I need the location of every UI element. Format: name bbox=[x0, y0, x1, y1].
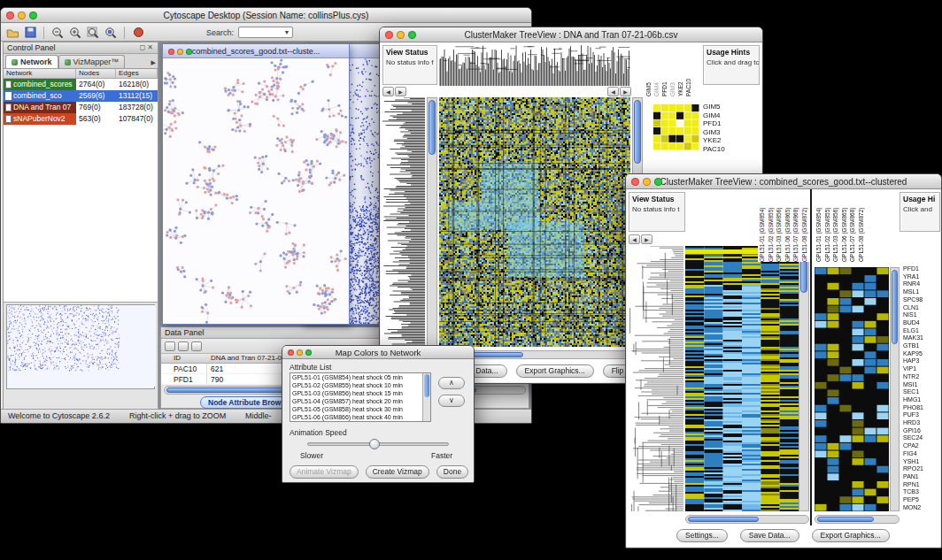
gene-label[interactable]: NTR2 bbox=[903, 373, 940, 381]
scrollbar-thumb[interactable] bbox=[429, 100, 436, 155]
gene-label[interactable]: GPI16 bbox=[903, 427, 940, 435]
network-row[interactable]: combined_sco 2569(6) 13112(15) bbox=[4, 90, 158, 102]
gene-label[interactable]: RPO21 bbox=[903, 465, 940, 473]
gene-label[interactable]: FIG4 bbox=[903, 450, 940, 458]
dialog-button[interactable]: Done bbox=[436, 465, 468, 479]
slider-handle[interactable] bbox=[369, 439, 380, 449]
gene-label[interactable]: SPC98 bbox=[903, 296, 940, 304]
gene-label[interactable]: RNR4 bbox=[903, 280, 940, 288]
heatmap-canvas[interactable] bbox=[685, 246, 799, 511]
cluster-summary-canvas[interactable] bbox=[653, 104, 699, 150]
column-label[interactable]: YKE2 bbox=[676, 45, 684, 96]
gene-label[interactable]: GIM4 bbox=[703, 111, 758, 120]
column-header-edges[interactable]: Edges bbox=[116, 69, 158, 78]
panel-float-icon[interactable]: ◻ bbox=[140, 43, 148, 51]
list-vscrollbar[interactable] bbox=[422, 373, 430, 421]
move-down-button[interactable]: ∨ bbox=[438, 395, 465, 407]
gene-label[interactable]: MSL1 bbox=[903, 288, 940, 296]
scrollbar-thumb[interactable] bbox=[817, 517, 874, 522]
maximize-icon[interactable] bbox=[408, 31, 416, 39]
attribute-list-item[interactable]: GPL51-01 (GSM854) heat shock 05 min bbox=[290, 373, 430, 381]
open-session-icon[interactable] bbox=[4, 26, 20, 40]
treeview-combined-title-bar[interactable]: ClusterMaker TreeView : combined_scores_… bbox=[626, 174, 941, 189]
main-title-bar[interactable]: Cytoscape Desktop (Session Name: collins… bbox=[1, 8, 531, 23]
search-input[interactable]: ▼ bbox=[238, 27, 293, 38]
dialog-button[interactable]: Animate Vizmap bbox=[290, 465, 359, 479]
gene-label[interactable]: PHO81 bbox=[903, 404, 940, 412]
panel-close-icon[interactable]: ✕ bbox=[147, 43, 155, 51]
treeview-button[interactable]: Export Graphics... bbox=[516, 364, 594, 378]
gene-label[interactable]: TCB3 bbox=[903, 488, 940, 496]
column-label[interactable]: GPL51-01 (GSM854) bbox=[815, 192, 823, 262]
dialog-title-bar[interactable]: Map Colors to Network bbox=[282, 346, 474, 359]
gene-label[interactable]: NIS1 bbox=[903, 311, 940, 319]
zoom-out-icon[interactable] bbox=[50, 26, 66, 40]
gene-label[interactable]: PEP5 bbox=[903, 496, 940, 504]
treeview-dna-title-bar[interactable]: ClusterMaker TreeView : DNA and Tran 07-… bbox=[380, 27, 762, 42]
column-label[interactable]: GIM3 bbox=[668, 45, 676, 96]
network-view-frame[interactable]: combined_scores_good.txt--cluste... bbox=[162, 43, 350, 325]
column-dendrogram-canvas[interactable] bbox=[439, 45, 630, 86]
gene-label[interactable]: GTB1 bbox=[903, 342, 940, 350]
heatmap-vscrollbar[interactable] bbox=[799, 246, 809, 511]
network-row[interactable]: combined_scores 2764(0) 16218(0) bbox=[4, 79, 158, 90]
gene-dendrogram-canvas[interactable] bbox=[629, 246, 683, 511]
gene-label[interactable]: YSH1 bbox=[903, 458, 940, 466]
scroll-left-icon[interactable]: ◀ bbox=[629, 234, 640, 244]
scrollbar-thumb[interactable] bbox=[634, 100, 641, 164]
gene-label[interactable]: GIM5 bbox=[703, 103, 758, 111]
heatmap-hscrollbar[interactable] bbox=[685, 515, 809, 524]
attribute-list-item[interactable]: GPL51-03 (GSM856) heat shock 15 min bbox=[290, 389, 430, 397]
gene-label[interactable]: RPN1 bbox=[903, 481, 940, 489]
close-icon[interactable] bbox=[288, 349, 294, 356]
network-view-canvas[interactable] bbox=[163, 58, 349, 324]
gene-label[interactable]: VIP1 bbox=[903, 365, 940, 373]
gene-label[interactable]: SEC1 bbox=[903, 388, 940, 396]
treeview-button[interactable]: Export Graphics... bbox=[812, 529, 890, 542]
zoom-heatmap-canvas[interactable] bbox=[815, 267, 889, 511]
scrollbar-thumb[interactable] bbox=[892, 270, 898, 344]
maximize-icon[interactable] bbox=[29, 12, 37, 19]
column-label[interactable]: GPL51-07 (GSM868) bbox=[848, 192, 857, 262]
minimize-icon[interactable] bbox=[297, 349, 303, 356]
column-label[interactable]: GPL51-03 (GSM856) bbox=[831, 192, 840, 262]
attribute-list[interactable]: GPL51-01 (GSM854) heat shock 05 minGPL51… bbox=[290, 372, 431, 422]
column-label[interactable]: GPL51-06 (GSM865) bbox=[840, 192, 849, 262]
move-up-button[interactable]: ∧ bbox=[438, 377, 465, 389]
column-label[interactable]: GPL51-03 (GSM856) bbox=[775, 192, 784, 262]
search-dropdown-icon[interactable]: ▼ bbox=[282, 28, 291, 37]
column-label[interactable]: GIM4 bbox=[652, 45, 660, 96]
minimize-icon[interactable] bbox=[643, 178, 651, 186]
column-header-network[interactable]: Network bbox=[4, 69, 76, 78]
gene-label[interactable]: YRA1 bbox=[903, 273, 940, 281]
dialog-button[interactable]: Create Vizmap bbox=[366, 465, 429, 479]
annotation-icon[interactable] bbox=[130, 26, 146, 40]
create-attribute-icon[interactable] bbox=[178, 341, 189, 351]
delete-attribute-icon[interactable] bbox=[191, 341, 202, 351]
minimize-icon[interactable] bbox=[397, 31, 405, 39]
gene-label[interactable]: HRD3 bbox=[903, 419, 940, 427]
zoom-in-icon[interactable] bbox=[67, 26, 83, 40]
close-icon[interactable] bbox=[631, 178, 639, 186]
treeview-button[interactable]: Save Data... bbox=[740, 529, 799, 542]
frame-close-icon[interactable] bbox=[168, 49, 174, 55]
gene-label[interactable]: CPA2 bbox=[903, 442, 940, 450]
select-attributes-icon[interactable] bbox=[165, 341, 175, 351]
gene-label[interactable]: YKE2 bbox=[703, 136, 758, 145]
scroll-right-icon[interactable]: ▶ bbox=[641, 234, 652, 244]
network-overview-canvas[interactable] bbox=[7, 305, 156, 387]
column-label[interactable]: GPL51-08 (GSM872) bbox=[857, 192, 866, 262]
column-label[interactable]: GPL51-01 (GSM854) bbox=[758, 192, 767, 262]
network-row[interactable]: sNAPuberNov2 563(0) 107847(0) bbox=[4, 113, 158, 125]
gene-label[interactable]: PFD1 bbox=[903, 265, 940, 273]
column-label[interactable]: GPL51-08 (GSM872) bbox=[800, 192, 809, 262]
maximize-icon[interactable] bbox=[305, 349, 312, 356]
dendrogram-vscrollbar[interactable] bbox=[427, 97, 437, 347]
frame-title-bar[interactable]: combined_scores_good.txt--cluste... bbox=[163, 44, 349, 58]
column-label[interactable]: GPL51-02 (GSM855) bbox=[767, 192, 776, 262]
scrollbar-thumb[interactable] bbox=[424, 374, 429, 397]
treeview-button[interactable]: Settings... bbox=[676, 529, 728, 542]
gene-label[interactable]: BUD4 bbox=[903, 319, 940, 327]
tab-overflow-icon[interactable]: ▶ bbox=[151, 59, 156, 66]
gene-label[interactable]: GIM3 bbox=[703, 128, 758, 137]
